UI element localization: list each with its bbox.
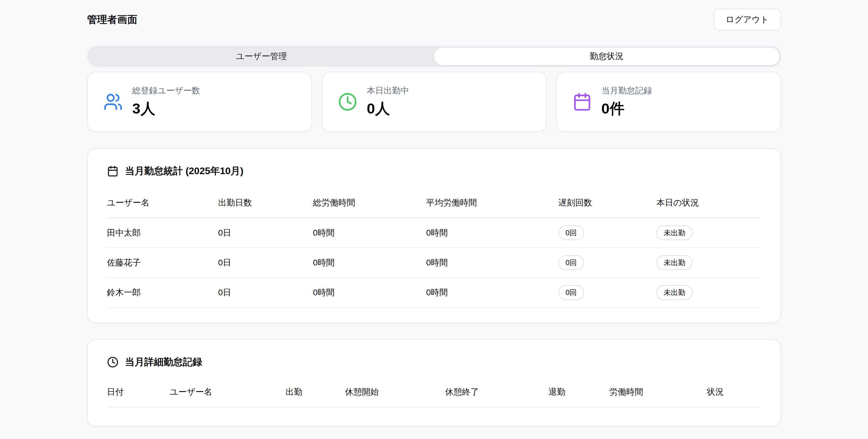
total-hours-cell: 0時間 [313, 248, 426, 277]
column-header: 退勤 [549, 381, 609, 407]
column-header: 休憩終了 [445, 381, 549, 407]
status-badge: 未出勤 [656, 225, 692, 240]
user-name-cell: 田中太郎 [107, 218, 218, 248]
detail-records-heading: 当月詳細勤怠記録 [107, 356, 761, 369]
avg-hours-cell: 0時間 [426, 277, 558, 307]
column-header: 日付 [107, 381, 170, 407]
status-badge: 未出勤 [656, 255, 692, 270]
status-badge: 未出勤 [656, 285, 692, 300]
tab-attendance-status[interactable]: 勤怠状況 [434, 47, 779, 65]
table-row: 田中太郎 0日 0時間 0時間 0回 未出勤 [107, 218, 761, 248]
stat-label: 総登録ユーザー数 [132, 85, 200, 96]
table-header-row: 日付 ユーザー名 出勤 休憩開始 休憩終了 退勤 労働時間 状況 [107, 381, 761, 407]
logout-button[interactable]: ログアウト [714, 9, 781, 30]
column-header: 出勤日数 [218, 192, 313, 218]
column-header: 本日の状況 [656, 192, 761, 218]
detail-records-card: 当月詳細勤怠記録 日付 ユーザー名 出勤 休憩開始 休憩終了 退勤 労働時間 状… [87, 339, 781, 427]
avg-hours-cell: 0時間 [426, 218, 558, 248]
stat-label: 本日出勤中 [367, 85, 409, 96]
table-row: 鈴木一郎 0日 0時間 0時間 0回 未出勤 [107, 277, 761, 307]
days-cell: 0日 [218, 248, 313, 277]
column-header: 労働時間 [609, 381, 707, 407]
clock-icon [338, 92, 357, 111]
days-cell: 0日 [218, 277, 313, 307]
tab-user-management[interactable]: ユーザー管理 [89, 47, 434, 65]
clock-icon [107, 357, 119, 368]
stat-label: 当月勤怠記録 [601, 85, 652, 96]
calendar-icon [572, 92, 592, 111]
user-name-cell: 鈴木一郎 [107, 277, 218, 307]
stat-value: 3人 [132, 99, 200, 119]
avg-hours-cell: 0時間 [426, 248, 558, 277]
stats-row: 総登録ユーザー数 3人 本日出勤中 0人 [87, 72, 781, 132]
column-header: 状況 [707, 381, 761, 407]
section-title: 当月詳細勤怠記録 [125, 356, 202, 369]
total-hours-cell: 0時間 [313, 218, 426, 248]
header: 管理者画面 ログアウト [87, 0, 781, 30]
stat-value: 0件 [601, 99, 652, 119]
column-header: 出勤 [285, 381, 345, 407]
user-name-cell: 佐藤花子 [107, 248, 218, 277]
page-title: 管理者画面 [87, 13, 138, 27]
late-count-badge: 0回 [558, 255, 584, 270]
detail-records-table: 日付 ユーザー名 出勤 休憩開始 休憩終了 退勤 労働時間 状況 [107, 381, 761, 407]
table-row: 佐藤花子 0日 0時間 0時間 0回 未出勤 [107, 248, 761, 277]
late-count-badge: 0回 [558, 225, 584, 240]
stat-card-working-today: 本日出勤中 0人 [322, 72, 547, 132]
column-header: ユーザー名 [170, 381, 285, 407]
stat-card-total-users: 総登録ユーザー数 3人 [87, 72, 312, 132]
column-header: 平均労働時間 [426, 192, 558, 218]
monthly-stats-card: 当月勤怠統計 (2025年10月) ユーザー名 出勤日数 総労働時間 平均労働時… [87, 148, 781, 323]
stat-value: 0人 [367, 99, 409, 119]
late-count-badge: 0回 [558, 285, 584, 300]
column-header: 休憩開始 [345, 381, 445, 407]
calendar-icon [107, 165, 119, 177]
tab-bar: ユーザー管理 勤怠状況 [87, 46, 781, 67]
section-title: 当月勤怠統計 (2025年10月) [125, 165, 244, 178]
column-header: 総労働時間 [313, 192, 426, 218]
column-header: 遅刻回数 [558, 192, 657, 218]
table-header-row: ユーザー名 出勤日数 総労働時間 平均労働時間 遅刻回数 本日の状況 [107, 192, 761, 218]
monthly-stats-heading: 当月勤怠統計 (2025年10月) [107, 165, 761, 178]
days-cell: 0日 [218, 218, 313, 248]
users-icon [103, 92, 123, 111]
total-hours-cell: 0時間 [313, 277, 426, 307]
monthly-stats-table: ユーザー名 出勤日数 総労働時間 平均労働時間 遅刻回数 本日の状況 田中太郎 … [107, 192, 761, 308]
column-header: ユーザー名 [107, 192, 218, 218]
stat-card-monthly-records: 当月勤怠記録 0件 [556, 72, 781, 132]
